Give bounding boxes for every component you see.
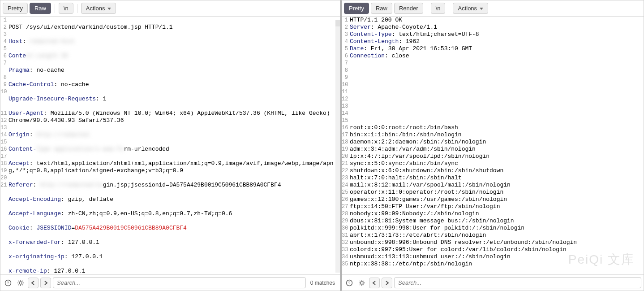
response-line: dbus:x:81:81:System message bus:/:/sbin/… [350, 217, 639, 225]
response-line [350, 81, 639, 88]
header-row: Accept-Language: zh-CN,zh;q=0.9,en-US;q=… [9, 210, 335, 217]
response-line: shutdown:x:6:0:shutdown:/sbin:/sbin/shut… [350, 167, 639, 174]
request-line: POST /sys/ui/extend/varkind/custom.jsp H… [9, 24, 335, 31]
svg-text:?: ? [7, 281, 9, 286]
gear-icon[interactable] [356, 278, 367, 288]
divider [55, 4, 55, 13]
header-row: Content-Type application/x-www-form-urle… [9, 146, 335, 153]
request-code[interactable]: POST /sys/ui/extend/varkind/custom.jsp H… [9, 17, 340, 274]
response-line: ftp:x:14:50:FTP User:/var/ftp:/sbin/nolo… [350, 203, 639, 210]
response-line: mail:x:8:12:mail:/var/spool/mail:/sbin/n… [350, 182, 639, 189]
response-line [350, 96, 639, 103]
response-line: unbound:x:998:996:Unbound DNS resolver:/… [350, 239, 639, 246]
prev-icon[interactable] [369, 278, 380, 288]
newline-toggle[interactable]: \n [431, 3, 446, 14]
response-line [350, 103, 639, 110]
response-line [350, 88, 639, 96]
request-toolbar: Pretty Raw \n Actions [0, 0, 340, 17]
response-line [350, 74, 639, 81]
pretty-tab[interactable]: Pretty [344, 3, 369, 14]
line-gutter: 1234567 8910 1112131415161718192021 [0, 17, 9, 274]
response-line: usbmuxd:x:113:113:usbmuxd user:/:/sbin/n… [350, 253, 639, 261]
header-row: User-Agent: Mozilla/5.0 (Windows NT 10.0… [9, 110, 335, 124]
response-line: Server: Apache-Coyote/1.1 [350, 24, 639, 31]
svg-point-2 [19, 282, 22, 284]
divider [77, 4, 77, 13]
response-line: abrt:x:173:173::/etc/abrt:/sbin/nologin [350, 232, 639, 239]
request-panel: Pretty Raw \n Actions 1234567 8910 11121… [0, 0, 340, 291]
response-line: Connection: close [350, 52, 639, 60]
response-line: HTTP/1.1 200 OK [350, 17, 639, 24]
response-line: halt:x:7:0:halt:/sbin:/sbin/halt [350, 174, 639, 182]
header-row: x-forwarded-for: 127.0.0.1 [9, 239, 335, 246]
request-bottombar: ? 0 matches [0, 274, 340, 291]
response-line: Content-Length: 1962 [350, 38, 639, 45]
divider [427, 4, 427, 13]
help-icon[interactable]: ? [344, 278, 355, 288]
actions-dropdown[interactable]: Actions [453, 3, 488, 14]
header-row: Accept: text/html,application/xhtml+xml,… [9, 160, 335, 174]
header-row: x-remote-ip: 127.0.0.1 [9, 268, 335, 274]
header-row: Cookie: JSESSIONID=DA575A429B0019C50961C… [9, 225, 335, 232]
response-line: sync:x:5:0:sync:/sbin:/bin/sync [350, 160, 639, 167]
response-line: bin:x:1:1:bin:/bin:/sbin/nologin [350, 131, 639, 139]
line-gutter: 1234567891011121314151617181920212223242… [342, 17, 350, 274]
response-code[interactable]: HTTP/1.1 200 OKServer: Apache-Coyote/1.1… [350, 17, 644, 274]
response-line: games:x:12:100:games:/usr/games:/sbin/no… [350, 196, 639, 203]
response-panel: Pretty Raw Render \n Actions 12345678910… [340, 0, 644, 291]
response-line: ntp:x:38:38::/etc/ntp:/sbin/nologin [350, 261, 639, 268]
response-line: Date: Fri, 30 Apr 2021 16:53:10 GMT [350, 45, 639, 52]
response-line: nobody:x:99:99:Nobody:/:/sbin/nologin [350, 210, 639, 217]
header-row: Host: redacted-host [9, 38, 335, 45]
response-toolbar: Pretty Raw Render \n Actions [342, 0, 644, 17]
header-row: Cache-Control: no-cache [9, 81, 335, 88]
header-row: Pragma: no-cache [9, 67, 335, 74]
response-line: colord:x:997:995:User for colord:/var/li… [350, 246, 639, 253]
divider [449, 4, 449, 13]
response-line: adm:x:3:4:adm:/var/adm:/sbin/nologin [350, 146, 639, 153]
response-line [350, 117, 639, 124]
pretty-tab[interactable]: Pretty [3, 3, 28, 14]
help-icon[interactable]: ? [3, 278, 13, 288]
scrollbar[interactable] [335, 20, 340, 273]
response-line [350, 60, 639, 67]
response-line: polkitd:x:999:998:User for polkitd:/:/sb… [350, 225, 639, 232]
svg-point-5 [361, 282, 363, 284]
response-line: daemon:x:2:2:daemon:/sbin:/sbin/nologin [350, 139, 639, 146]
response-line [350, 67, 639, 74]
response-line: operator:x:11:0:operator:/root:/sbin/nol… [350, 189, 639, 196]
render-tab[interactable]: Render [394, 3, 423, 14]
response-editor[interactable]: 1234567891011121314151617181920212223242… [342, 17, 644, 274]
header-row: Origin: http://redacted [9, 131, 335, 139]
raw-tab[interactable]: Raw [371, 3, 392, 14]
gear-icon[interactable] [15, 278, 26, 288]
prev-icon[interactable] [28, 278, 39, 288]
next-icon[interactable] [40, 278, 51, 288]
match-count: 0 matches [308, 280, 338, 286]
header-row: x-originating-ip: 127.0.0.1 [9, 253, 335, 261]
search-input[interactable] [394, 277, 641, 288]
next-icon[interactable] [382, 278, 392, 288]
actions-dropdown[interactable]: Actions [81, 3, 116, 14]
header-row: Content-Length 36 [9, 52, 335, 60]
header-row: Upgrade-Insecure-Requests: 1 [9, 96, 335, 103]
header-row: Referer: http://redacted/login.jsp;jsess… [9, 182, 335, 189]
header-row: Accept-Encoding: gzip, deflate [9, 196, 335, 203]
search-input[interactable] [53, 277, 306, 288]
raw-tab[interactable]: Raw [30, 3, 51, 14]
response-line: lp:x:4:7:lp:/var/spool/lpd:/sbin/nologin [350, 153, 639, 160]
response-line [350, 110, 639, 117]
response-line: Content-Type: text/html;charset=UTF-8 [350, 31, 639, 38]
response-bottombar: ? [342, 274, 644, 291]
svg-text:?: ? [348, 281, 350, 286]
response-line: root:x:0:0:root:/root:/bin/bash [350, 124, 639, 131]
request-editor[interactable]: 1234567 8910 1112131415161718192021 POST… [0, 17, 340, 274]
newline-toggle[interactable]: \n [59, 3, 73, 14]
